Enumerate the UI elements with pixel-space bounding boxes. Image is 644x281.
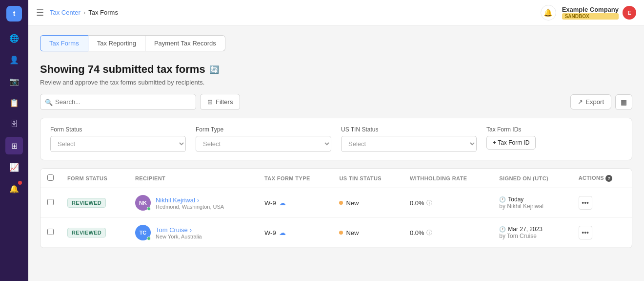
- row1-checkbox[interactable]: [47, 199, 54, 205]
- sidebar-item-person[interactable]: 👤: [5, 51, 23, 68]
- table-header-row: FORM STATUS RECIPIENT TAX FORM TYPE US T…: [40, 169, 632, 188]
- form-status-label: Form Status: [50, 126, 186, 133]
- rate-value: 0.0%: [410, 199, 424, 207]
- online-indicator: [147, 237, 151, 240]
- export-icon: ↗: [578, 98, 583, 106]
- filters-button[interactable]: ⊟ Filters: [200, 94, 240, 110]
- sidebar: t 🌐 👤 📷 📋 🗄 ⊞ 📈 🔔: [0, 0, 28, 281]
- row1-signed-on: 🕐 Today by Nikhil Kejriwal: [492, 188, 571, 218]
- search-icon: 🔍: [45, 98, 53, 106]
- form-status-select[interactable]: Select: [50, 136, 186, 152]
- topbar-right: 🔔 Example Company SANDBOX E: [541, 5, 636, 21]
- tab-tax-reporting[interactable]: Tax Reporting: [88, 35, 145, 51]
- row2-checkbox[interactable]: [47, 229, 54, 235]
- recipient-name[interactable]: Nikhil Kejriwal ›: [156, 196, 224, 204]
- tin-status-dot: [339, 231, 343, 235]
- rate-info-icon[interactable]: ⓘ: [426, 229, 432, 237]
- sidebar-item-globe[interactable]: 🌐: [5, 29, 23, 47]
- tab-tax-forms[interactable]: Tax Forms: [40, 35, 88, 51]
- signed-on-date: Today: [508, 196, 523, 203]
- notification-button[interactable]: 🔔: [541, 5, 556, 21]
- cloud-upload-icon: ☁: [279, 199, 286, 207]
- row2-signed-on: 🕐 Mar 27, 2023 by Tom Cruise: [492, 218, 571, 248]
- menu-icon[interactable]: ☰: [36, 7, 44, 18]
- refresh-icon[interactable]: 🔄: [209, 65, 219, 74]
- page-heading: Showing 74 submitted tax forms 🔄: [40, 63, 632, 76]
- filter-label: Filters: [216, 98, 233, 106]
- sidebar-item-notifications[interactable]: 🔔: [5, 180, 23, 197]
- filter-form-type: Form Type Select: [196, 126, 331, 152]
- row1-form-status: REVIEWED: [60, 188, 128, 218]
- status-badge: REVIEWED: [67, 228, 106, 238]
- tab-payment-tax-records[interactable]: Payment Tax Records: [145, 35, 225, 51]
- col-us-tin-status: US TIN STATUS: [332, 169, 403, 188]
- filter-panel: Form Status Select Form Type Select US T…: [40, 118, 632, 160]
- filter-icon: ⊟: [207, 98, 213, 106]
- table-row: REVIEWED NK Nikhil Kejriwal: [40, 188, 632, 218]
- filter-tax-form-ids: Tax Form IDs + Tax Form ID: [486, 126, 622, 152]
- row1-actions-button[interactable]: •••: [579, 196, 592, 210]
- us-tin-label: US TIN Status: [341, 126, 477, 133]
- recipient-location: Redmond, Washington, USA: [156, 204, 224, 210]
- company-name: Example Company: [562, 6, 619, 13]
- sandbox-badge: SANDBOX: [562, 13, 619, 20]
- data-table-wrap: FORM STATUS RECIPIENT TAX FORM TYPE US T…: [40, 168, 632, 248]
- topbar: ☰ Tax Center › Tax Forms 🔔 Example Compa…: [28, 0, 644, 25]
- sidebar-item-camera[interactable]: 📷: [5, 72, 23, 90]
- main-content: ☰ Tax Center › Tax Forms 🔔 Example Compa…: [28, 0, 644, 281]
- form-type-value: W-9: [264, 229, 276, 237]
- status-badge: REVIEWED: [67, 198, 106, 208]
- notification-badge: [18, 181, 22, 185]
- col-checkbox: [40, 169, 60, 188]
- avatar: TC: [135, 225, 151, 240]
- row1-tax-form-type: W-9 ☁: [258, 188, 332, 218]
- cloud-upload-icon: ☁: [279, 229, 286, 237]
- select-all-checkbox[interactable]: [47, 174, 54, 181]
- tab-bar: Tax Forms Tax Reporting Payment Tax Reco…: [40, 35, 632, 51]
- form-type-value: W-9: [264, 199, 276, 207]
- tin-status-value: New: [346, 229, 359, 237]
- recipient-name[interactable]: Tom Cruise ›: [156, 226, 202, 234]
- data-table: FORM STATUS RECIPIENT TAX FORM TYPE US T…: [40, 169, 632, 248]
- filter-us-tin: US TIN Status Select: [341, 126, 477, 152]
- row2-actions: •••: [572, 218, 632, 248]
- sidebar-item-dashboard[interactable]: ⊞: [5, 137, 23, 154]
- grid-toggle-button[interactable]: ▦: [615, 94, 632, 110]
- breadcrumb-root[interactable]: Tax Center: [50, 9, 80, 16]
- col-signed-on: SIGNED ON (UTC): [492, 169, 571, 188]
- form-type-label: Form Type: [196, 126, 331, 133]
- signed-by: by Tom Cruise: [499, 233, 564, 239]
- row1-checkbox-cell: [40, 188, 60, 218]
- col-form-status: FORM STATUS: [60, 169, 128, 188]
- sidebar-item-list[interactable]: 📋: [5, 94, 23, 111]
- us-tin-select[interactable]: Select: [341, 136, 477, 152]
- actions-help-icon[interactable]: ?: [605, 175, 612, 182]
- row1-withholding-rate: 0.0% ⓘ: [403, 188, 492, 218]
- form-type-select[interactable]: Select: [196, 136, 331, 152]
- recipient-location: New York, Australia: [156, 234, 202, 239]
- company-avatar[interactable]: E: [623, 6, 636, 20]
- app-logo[interactable]: t: [6, 6, 22, 22]
- heading-text: Showing 74 submitted tax forms: [40, 63, 205, 76]
- row2-actions-button[interactable]: •••: [579, 226, 592, 239]
- company-info: Example Company SANDBOX E: [562, 6, 636, 20]
- clock-icon: 🕐: [499, 196, 506, 203]
- row1-us-tin-status: New: [332, 188, 403, 218]
- sidebar-item-chart[interactable]: 📈: [5, 158, 23, 176]
- export-button[interactable]: ↗ Export: [570, 94, 611, 109]
- table-row: REVIEWED TC Tom Cruise: [40, 218, 632, 248]
- col-withholding-rate: WITHHOLDING RATE: [403, 169, 492, 188]
- filter-form-status: Form Status Select: [50, 126, 186, 152]
- sidebar-item-database[interactable]: 🗄: [5, 115, 23, 133]
- page-content: Tax Forms Tax Reporting Payment Tax Reco…: [28, 25, 644, 281]
- tin-status-value: New: [346, 199, 359, 207]
- row2-us-tin-status: New: [332, 218, 403, 248]
- breadcrumb: Tax Center › Tax Forms: [50, 9, 118, 16]
- search-input[interactable]: [40, 94, 196, 110]
- export-label: Export: [585, 98, 604, 106]
- rate-info-icon[interactable]: ⓘ: [426, 199, 432, 207]
- avatar: NK: [135, 195, 151, 211]
- add-tax-form-id-button[interactable]: + Tax Form ID: [486, 136, 536, 150]
- clock-icon: 🕐: [499, 226, 506, 233]
- row1-actions: •••: [572, 188, 632, 218]
